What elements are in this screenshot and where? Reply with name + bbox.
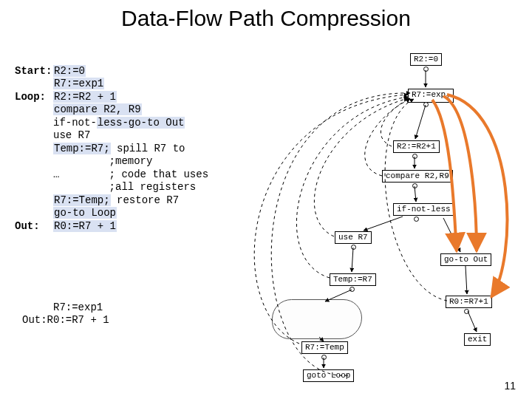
code-line: … ; code that uses — [53, 168, 208, 180]
code-line: use R7 — [53, 129, 90, 141]
code-line: spill R7 to — [111, 143, 185, 154]
node-r7-temp: R7:=Temp — [301, 341, 348, 354]
node-exit: exit — [464, 333, 491, 346]
code-line: R0:=R7 + 1 — [53, 220, 117, 232]
label-out: Out: — [15, 220, 53, 233]
label-start: Start: — [15, 65, 53, 78]
code-line: R2:=R2 + 1 — [53, 91, 117, 103]
node-goto-loop: goto Loop — [303, 369, 354, 382]
code-line: R7:=Temp; — [53, 194, 111, 206]
label-loop: Loop: — [15, 91, 53, 104]
code-line: go-to Loop — [53, 207, 117, 219]
code-line: ;all registers — [53, 181, 196, 193]
node-use-r7: use R7 — [335, 231, 372, 244]
node-ifnotless: if-not-less — [393, 203, 454, 216]
summary-line: Out:R0:=R7 + 1 — [22, 314, 109, 326]
node-r2-init: R2:=0 — [410, 53, 442, 66]
code-line: restore R7 — [111, 194, 179, 206]
code-line: R7:=exp1 — [53, 78, 104, 89]
code-line: Temp:=R7; — [53, 143, 111, 154]
node-goto-out: go-to Out — [440, 253, 491, 266]
summary-code: R7:=exp1 Out:R0:=R7 + 1 — [22, 288, 109, 327]
page-title: Data-Flow Path Compression — [0, 6, 532, 31]
node-temp-r7: Temp:=R7 — [330, 273, 376, 286]
code-line: R2:=0 — [53, 65, 86, 77]
code-line: if-not- — [53, 117, 97, 129]
code-line: compare R2, R9 — [53, 103, 142, 115]
summary-line: R7:=exp1 — [22, 301, 103, 313]
node-compare: compare R2,R9 — [382, 170, 453, 183]
cloud-region — [272, 299, 362, 339]
node-r7-exp: R7:=exp1 — [408, 89, 454, 103]
code-line: ;memory — [53, 155, 152, 167]
node-r0-r7: R0:=R7+1 — [446, 296, 492, 308]
node-r2-inc: R2:=R2+1 — [393, 140, 440, 153]
code-listing: Start:R2:=0 R7:=exp1 Loop:R2:=R2 + 1 com… — [15, 52, 208, 233]
code-line: less-go-to Out — [97, 117, 185, 129]
slide-number: 11 — [504, 380, 516, 392]
